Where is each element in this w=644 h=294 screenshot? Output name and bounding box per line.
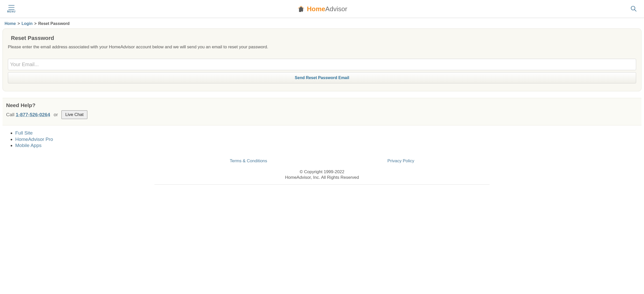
page-title: Reset Password xyxy=(11,35,636,41)
house-icon xyxy=(297,5,305,13)
email-field[interactable] xyxy=(8,59,636,70)
footer-links: Full Site HomeAdvisor Pro Mobile Apps xyxy=(0,125,644,151)
header: MENU HomeAdvisor xyxy=(0,0,644,18)
breadcrumb-home[interactable]: Home xyxy=(5,21,16,26)
pro-link[interactable]: HomeAdvisor Pro xyxy=(15,137,53,142)
divider xyxy=(154,184,490,185)
help-section: Need Help? Call 1-877-526-0264 or Live C… xyxy=(3,98,641,125)
breadcrumb: Home > Login > Reset Password xyxy=(0,18,644,28)
logo-text: HomeAdvisor xyxy=(307,5,347,13)
breadcrumb-sep: > xyxy=(18,21,20,26)
copyright-line1: © Copyright 1999-2022 xyxy=(0,169,644,175)
logo[interactable]: HomeAdvisor xyxy=(297,5,347,13)
full-site-link[interactable]: Full Site xyxy=(15,130,33,136)
help-title: Need Help? xyxy=(6,102,638,108)
call-prefix: Call xyxy=(6,112,16,117)
list-item: HomeAdvisor Pro xyxy=(15,136,638,143)
reset-password-card: Reset Password Please enter the email ad… xyxy=(3,28,641,91)
legal-links: Terms & Conditions Privacy Policy xyxy=(170,158,474,164)
search-button[interactable] xyxy=(630,5,637,13)
help-line: Call 1-877-526-0264 or Live Chat xyxy=(6,110,638,119)
search-icon xyxy=(630,5,637,12)
copyright: © Copyright 1999-2022 HomeAdvisor, Inc. … xyxy=(0,169,644,180)
copyright-line2: HomeAdvisor, Inc. All Rights Reserved xyxy=(0,175,644,180)
svg-line-1 xyxy=(634,9,636,11)
breadcrumb-login[interactable]: Login xyxy=(22,21,33,26)
hamburger-icon xyxy=(8,5,14,10)
terms-link[interactable]: Terms & Conditions xyxy=(230,158,267,164)
mobile-apps-link[interactable]: Mobile Apps xyxy=(15,143,42,148)
breadcrumb-sep: > xyxy=(34,21,37,26)
live-chat-button[interactable]: Live Chat xyxy=(61,110,87,119)
menu-label: MENU xyxy=(7,10,15,13)
list-item: Full Site xyxy=(15,130,638,136)
send-reset-button[interactable]: Send Reset Password Email xyxy=(8,72,636,83)
phone-link[interactable]: 1-877-526-0264 xyxy=(16,112,50,117)
privacy-link[interactable]: Privacy Policy xyxy=(387,158,414,164)
instruction-text: Please enter the email address associate… xyxy=(8,45,636,50)
svg-point-0 xyxy=(631,6,635,10)
list-item: Mobile Apps xyxy=(15,142,638,149)
or-text: or xyxy=(54,112,58,117)
breadcrumb-current: Reset Password xyxy=(38,21,70,26)
menu-button[interactable]: MENU xyxy=(7,5,15,13)
